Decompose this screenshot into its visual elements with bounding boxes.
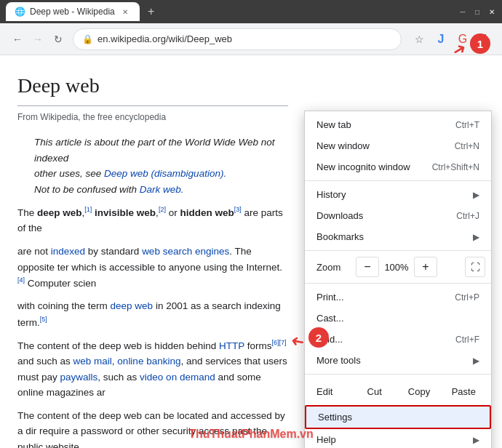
title-bar: 🌐 Deep web - Wikipedia ✕ + ─ □ ✕ [0,0,502,23]
banking-link[interactable]: online banking [117,356,180,367]
menu-edit-label: Edit [311,386,351,397]
separator-3 [305,283,491,284]
para-italic-1: This article is about the part of the Wo… [34,135,288,197]
menu-downloads-shortcut: Ctrl+J [456,211,479,221]
menu-edit-row: Edit Cut Copy Paste [305,377,491,405]
nav-buttons: ← → ↻ [9,31,67,48]
menu-print-label: Print... [316,292,344,303]
bookmarks-arrow-icon: ▶ [473,232,479,242]
menu-zoom-label: Zoom [311,262,354,273]
menu-print[interactable]: Print... Ctrl+P [305,287,491,308]
para-5: The content of the deep web can be locat… [17,408,288,448]
article-hatnote: This article is about the part of the Wo… [17,135,288,197]
menu-copy-button[interactable]: Copy [397,381,440,401]
maximize-button[interactable]: □ [473,7,482,16]
reload-button[interactable]: ↻ [49,31,67,48]
menu-find-shortcut: Ctrl+F [455,335,479,345]
para-2: are not indexed by standard web search e… [17,244,288,291]
menu-settings-label: Settings [318,412,352,423]
webmail-link[interactable]: web mail [73,356,112,367]
help-arrow-icon: ▶ [473,435,479,445]
separator-4 [305,374,491,375]
separator-2 [305,250,491,251]
deep-web-term-link[interactable]: deep web [111,300,154,311]
para-1: The deep web,[1] invisible web,[2] or hi… [17,204,288,236]
disambiguation-link[interactable]: Deep web (disambiguation). [104,168,226,179]
browser-tab[interactable]: 🌐 Deep web - Wikipedia ✕ [6,2,140,21]
menu-bookmarks-label: Bookmarks [316,231,364,242]
search-engines-link[interactable]: web search engines [142,246,229,257]
lock-icon: 🔒 [82,34,93,44]
menu-find-label: Find... [316,334,343,345]
zoom-decrease-button[interactable]: − [356,257,379,277]
para-3: with coining the term deep web in 2001 a… [17,298,288,330]
menu-new-incognito[interactable]: New incognito window Ctrl+Shift+N [305,156,491,177]
menu-more-tools[interactable]: More tools ▶ [305,350,491,371]
menu-find[interactable]: Find... Ctrl+F [305,329,491,350]
menu-zoom-row: Zoom − 100% + ⛶ [305,254,491,280]
menu-more-tools-label: More tools [316,355,361,366]
menu-help-label: Help [316,434,336,445]
history-arrow-icon: ▶ [473,190,479,200]
menu-settings[interactable]: Settings [305,405,491,429]
address-bar-icons: ☆ J G ⋮ [410,31,493,48]
zoom-fullscreen-button[interactable]: ⛶ [465,257,485,277]
dark-web-link[interactable]: Dark web. [140,184,184,195]
menu-new-window-label: New window [316,140,370,151]
chrome-context-menu: New tab Ctrl+T New window Ctrl+N New inc… [304,111,492,448]
profile-icon[interactable]: G [454,31,471,48]
indexed-link[interactable]: indexed [51,246,85,257]
wikipedia-page: Deep web From Wikipedia, the free encycl… [0,55,306,448]
article-subtitle: From Wikipedia, the free encyclopedia [17,111,288,124]
paywalls-link[interactable]: paywalls [60,372,98,383]
menu-paste-button[interactable]: Paste [442,381,485,401]
menu-bookmarks[interactable]: Bookmarks ▶ [305,226,491,247]
menu-history-label: History [316,189,346,200]
http-link[interactable]: HTTP [219,340,244,351]
extension-icon[interactable]: J [432,31,450,48]
menu-cut-button[interactable]: Cut [353,381,396,401]
tab-close-button[interactable]: ✕ [119,6,131,17]
forward-button[interactable]: → [29,31,47,48]
menu-new-tab-shortcut: Ctrl+T [455,120,479,130]
zoom-increase-button[interactable]: + [414,257,437,277]
more-tools-arrow-icon: ▶ [473,356,479,366]
close-button[interactable]: ✕ [487,7,496,16]
menu-new-incognito-label: New incognito window [316,161,410,172]
window-controls: ─ □ ✕ [458,7,496,16]
menu-button[interactable]: ⋮ [476,31,493,48]
menu-new-incognito-shortcut: Ctrl+Shift+N [432,162,479,172]
main-content: Deep web From Wikipedia, the free encycl… [0,55,502,448]
menu-new-window[interactable]: New window Ctrl+N [305,135,491,156]
menu-print-shortcut: Ctrl+P [455,292,479,303]
menu-new-tab-label: New tab [316,119,351,130]
bookmark-icon[interactable]: ☆ [410,31,428,48]
menu-cast-label: Cast... [316,313,344,324]
address-bar: ← → ↻ 🔒 en.wikipedia.org/wiki/Deep_web ☆… [0,23,502,55]
url-box[interactable]: 🔒 en.wikipedia.org/wiki/Deep_web [73,28,402,50]
menu-help[interactable]: Help ▶ [305,429,491,448]
article-title: Deep web [17,70,288,106]
menu-new-tab[interactable]: New tab Ctrl+T [305,114,491,135]
menu-cast[interactable]: Cast... [305,308,491,329]
back-button[interactable]: ← [9,31,26,48]
menu-downloads[interactable]: Downloads Ctrl+J [305,205,491,226]
para-4: The content of the deep web is hidden be… [17,337,288,401]
tab-label: Deep web - Wikipedia [30,7,115,17]
url-text: en.wikipedia.org/wiki/Deep_web [97,33,232,44]
zoom-value-display: 100% [381,262,413,273]
minimize-button[interactable]: ─ [458,7,467,16]
separator-1 [305,180,491,181]
menu-downloads-label: Downloads [316,210,363,221]
menu-history[interactable]: History ▶ [305,184,491,205]
vod-link[interactable]: video on demand [140,372,215,383]
new-tab-button[interactable]: + [143,3,160,20]
menu-new-window-shortcut: Ctrl+N [455,141,479,151]
